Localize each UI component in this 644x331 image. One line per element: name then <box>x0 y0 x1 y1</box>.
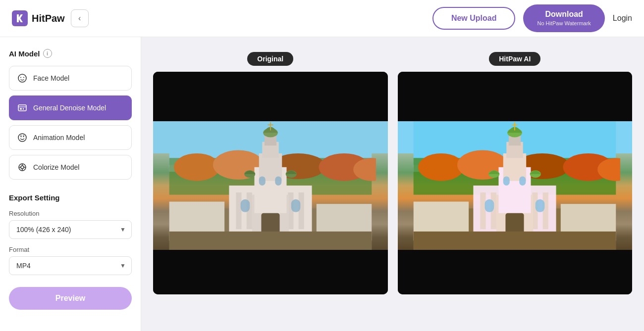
ai-model-section-title: AI Model i <box>9 49 132 58</box>
svg-point-2 <box>20 77 21 78</box>
face-model-icon <box>17 73 27 83</box>
svg-point-1 <box>18 74 26 82</box>
ai-model-title-text: AI Model <box>9 49 40 58</box>
svg-point-20 <box>174 153 220 181</box>
resolution-select-wrapper: 100% (426 x 240) ▼ <box>9 220 132 239</box>
chevron-left-icon: ‹ <box>78 14 81 23</box>
preview-button[interactable]: Preview <box>9 287 132 310</box>
svg-point-52 <box>418 153 464 181</box>
model-item-general-denoise[interactable]: General Denoise Model <box>9 95 132 120</box>
download-sub: No HitPaw Watermark <box>537 20 590 27</box>
general-denoise-label: General Denoise Model <box>33 104 106 112</box>
svg-rect-48 <box>169 232 372 250</box>
download-label: Download <box>545 9 583 20</box>
svg-point-3 <box>23 77 24 78</box>
svg-rect-44 <box>291 199 301 212</box>
comparison-container: Original <box>153 52 632 294</box>
svg-rect-62 <box>543 192 548 229</box>
animation-model-icon <box>17 133 27 142</box>
hitpaw-black-bottom <box>398 250 633 294</box>
svg-point-9 <box>20 136 21 137</box>
original-video-frame <box>153 72 388 294</box>
main: AI Model i Face Model <box>0 37 644 331</box>
svg-rect-30 <box>298 192 304 229</box>
svg-rect-43 <box>240 199 250 212</box>
svg-rect-41 <box>259 176 266 186</box>
colorize-model-icon <box>17 162 27 172</box>
original-video-image <box>153 121 388 250</box>
logo-text: HitPaw <box>32 13 65 24</box>
login-button[interactable]: Login <box>613 14 632 23</box>
svg-rect-27 <box>236 192 241 229</box>
svg-rect-74 <box>520 176 526 186</box>
original-label: Original <box>247 52 293 66</box>
hitpaw-ai-video-image <box>398 121 633 250</box>
logo: HitPaw <box>12 10 65 26</box>
model-item-colorize[interactable]: Colorize Model <box>9 155 132 180</box>
original-black-top <box>153 72 388 121</box>
format-select-wrapper: MP4 AVI MOV MKV ▼ <box>9 256 132 275</box>
resolution-select[interactable]: 100% (426 x 240) <box>9 220 132 239</box>
model-list: Face Model General Denoise Model <box>9 66 132 180</box>
original-church-svg <box>165 121 376 250</box>
export-section: Export Setting Resolution 100% (426 x 24… <box>9 193 132 310</box>
format-label: Format <box>9 246 132 253</box>
svg-rect-73 <box>503 176 510 186</box>
model-item-animation[interactable]: Animation Model <box>9 125 132 150</box>
download-button[interactable]: Download No HitPaw Watermark <box>523 4 604 32</box>
svg-point-12 <box>21 166 24 169</box>
back-button[interactable]: ‹ <box>71 9 89 27</box>
svg-rect-6 <box>20 108 22 110</box>
svg-rect-59 <box>481 192 486 229</box>
hitpaw-church-svg <box>409 121 620 250</box>
original-black-bottom <box>153 250 388 294</box>
svg-point-8 <box>18 134 26 142</box>
original-panel: Original <box>153 52 388 294</box>
svg-rect-75 <box>485 199 494 212</box>
svg-rect-42 <box>275 176 281 186</box>
animation-model-label: Animation Model <box>33 134 85 142</box>
svg-rect-7 <box>23 108 24 110</box>
hitpaw-black-top <box>398 72 633 121</box>
sidebar: AI Model i Face Model <box>0 37 141 331</box>
hitpaw-ai-video-frame <box>398 72 633 294</box>
resolution-label: Resolution <box>9 210 132 217</box>
svg-rect-4 <box>18 105 26 111</box>
new-upload-button[interactable]: New Upload <box>432 7 516 30</box>
model-item-face[interactable]: Face Model <box>9 66 132 91</box>
header-left: HitPaw ‹ <box>12 9 89 27</box>
hitpaw-ai-label: HitPaw AI <box>489 52 540 66</box>
content-area: Original <box>141 37 644 331</box>
info-icon[interactable]: i <box>43 49 52 58</box>
general-denoise-icon <box>17 103 27 113</box>
svg-point-10 <box>23 136 24 137</box>
svg-rect-80 <box>414 232 616 250</box>
colorize-model-label: Colorize Model <box>33 163 79 171</box>
format-select[interactable]: MP4 AVI MOV MKV <box>9 256 132 275</box>
export-title: Export Setting <box>9 193 132 202</box>
svg-rect-76 <box>536 199 545 212</box>
hitpaw-ai-panel: HitPaw AI <box>398 52 633 294</box>
logo-icon <box>12 10 28 26</box>
header: HitPaw ‹ New Upload Download No HitPaw W… <box>0 0 644 37</box>
face-model-label: Face Model <box>33 74 69 82</box>
header-right: New Upload Download No HitPaw Watermark … <box>432 4 632 32</box>
